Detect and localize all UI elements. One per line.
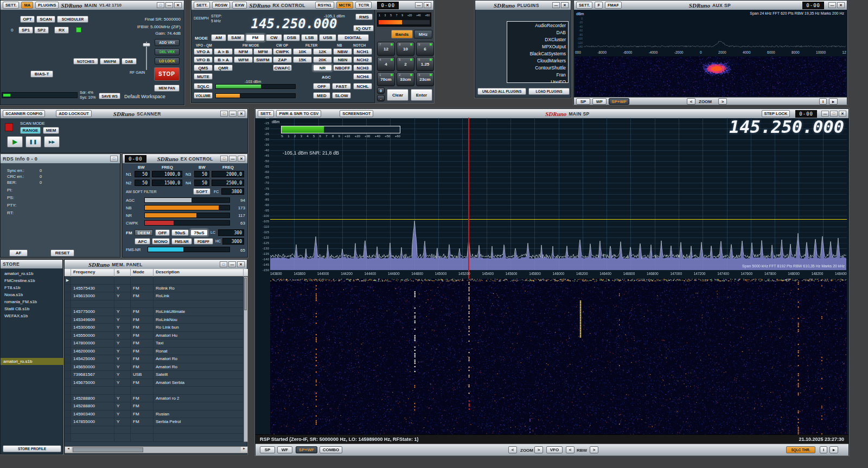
table-row[interactable]: 147800000YFMTaxi [65,339,244,348]
slider-cwpk[interactable] [144,220,230,226]
rx-button-b-a[interactable]: B > A [214,56,233,63]
aux-spwf-button[interactable]: SP+WF [609,98,629,105]
agc-fast-button[interactable]: FAST [332,83,351,89]
plugin-item-dxcluster[interactable]: DXCluster [507,36,568,43]
close-icon[interactable]: ✕ [839,111,846,117]
rx-button-nfm[interactable]: NFM [234,48,253,55]
scan-play-button[interactable]: ▶ [7,136,23,148]
aux-f-button[interactable]: F [595,2,603,9]
zoom-out-button[interactable]: < [508,446,517,453]
rx-frequency-display[interactable]: 145.250.000 [237,16,351,31]
close-icon[interactable]: ✕ [561,2,569,8]
volume-button[interactable]: VOLUME [194,92,213,99]
rx-button-cwafc[interactable]: CWAFC [273,65,292,71]
n4-bw-field[interactable]: 50 [194,179,209,186]
aux-sett-button[interactable]: SETT. [576,2,592,9]
mhz-button[interactable]: MHz [414,30,432,39]
band-key-1.25[interactable]: 61.25 [416,57,434,71]
plugin-item-cloudmarkers[interactable]: CloudMarkers [507,57,568,64]
band-key-4[interactable]: 44 [377,57,395,71]
store-item-wefax.s1b[interactable]: WEFAX.s1b [2,312,62,319]
plugin-item-unoeq[interactable]: UnoEQ [507,78,568,83]
n3-freq-field[interactable]: 2000,0 [212,171,244,177]
rx-button-nboff[interactable]: NBOFF [333,65,352,71]
n1-freq-field[interactable]: 1000,0 [152,171,182,177]
maximize-icon[interactable]: □ [110,156,118,162]
rx-button-nbw[interactable]: NBW [333,48,352,55]
deem-75us-button[interactable]: 75uS [190,229,208,236]
scanner-config-button[interactable]: SCANNER CONFIG [3,110,45,117]
rds-af-button[interactable]: AF [9,249,28,257]
vfo-button[interactable]: VFO [546,446,563,453]
rx-button-nch1[interactable]: NCH1 [353,48,372,55]
close-icon[interactable]: ✕ [238,111,245,117]
mode-am-button[interactable]: AM [211,34,226,41]
agc-slow-button[interactable]: SLOW [332,92,351,99]
fms-nr-button[interactable]: FMS-NR [171,238,192,245]
rx-button-vfo-a[interactable]: VFO A [194,48,213,55]
aux-waterfall[interactable] [575,56,846,97]
sp2-button[interactable]: SP2 [34,27,49,34]
rx-button[interactable]: RX [54,27,69,34]
afc-button[interactable]: AFC [135,238,150,245]
aux-fmaf-button[interactable]: FMAF [605,2,622,9]
soft-button[interactable]: SOFT [193,188,210,195]
close-icon[interactable]: ✕ [424,2,431,8]
table-row[interactable]: 145775000YFMRoLinkUltimate [65,308,244,316]
mode-fm-button[interactable]: FM [246,34,265,41]
rx-button-nch3[interactable]: NCH3 [353,65,372,71]
deem-50us-button[interactable]: 50uS [171,229,189,236]
minimize-icon[interactable]: — [165,2,173,8]
table-row[interactable]: 145550000YFMAmatori Hu [65,332,244,340]
rx-button-zap[interactable]: ZAP [273,56,292,63]
save-ws-button[interactable]: SAVE WS [99,93,120,99]
sqlc-slider[interactable] [215,84,296,89]
store-item-nooa.s1b[interactable]: Nooa.s1b [2,291,62,298]
rx-button-15k[interactable]: 15K [293,56,312,63]
store-item-ft8.s1b[interactable]: FT8.s1b [2,284,62,291]
wf-button[interactable]: WF [277,446,292,453]
table-row[interactable] [65,434,244,442]
aux-sp-button[interactable]: SP [576,98,590,105]
table-row[interactable]: 147855000YFMSerbia Petrol [65,418,244,426]
mode-lsb-button[interactable]: LSB [301,34,318,41]
slider-nr[interactable] [144,213,230,218]
add-lockout-button[interactable]: ADD LOCKOUT [56,110,91,117]
plugin-item-blackcatsystems[interactable]: BlackCatSystems [507,50,568,57]
maximize-icon[interactable]: □ [157,2,164,8]
minimize-icon[interactable]: — [229,111,237,117]
combo-button[interactable]: COMBO [320,446,342,453]
mem-pan-button[interactable]: MEM PAN [154,85,180,92]
sp1-button[interactable]: SP1 [18,27,33,34]
mode-usb-button[interactable]: USB [319,34,336,41]
n1-bw-field[interactable]: 50 [135,171,150,177]
rx-button-mfm[interactable]: MFM [253,48,272,55]
aux-spectrum[interactable] [584,17,846,49]
maximize-icon[interactable]: □ [830,111,838,117]
store-item-romania-fm.s1b[interactable]: romania_FM.s1b [2,298,62,305]
key-zero[interactable]: 0 [377,87,385,94]
band-key-12[interactable]: 712 [377,42,395,56]
sp-button[interactable]: SP [260,446,275,453]
scheduler-button[interactable]: SCHEDULER [57,16,88,23]
lo-lock-button[interactable]: LO LOCK [155,57,180,65]
aux-info-button[interactable]: i [819,98,827,105]
band-key-6[interactable]: 96 [416,42,434,56]
band-key-23cm[interactable]: 323cm [416,72,434,86]
table-row[interactable]: 145288800YFM [65,402,244,411]
rx-button-10k[interactable]: 10K [293,48,312,55]
aux-zoom-out-button[interactable]: < [687,98,695,105]
minimize-icon[interactable]: — [821,111,829,117]
scan-mem-button[interactable]: MEM [43,127,59,134]
n2-freq-field[interactable]: 1500,0 [152,179,182,186]
scroll-right-icon[interactable]: ► [241,447,247,453]
scrollbar-thumb[interactable] [73,447,143,452]
store-item-fmcrestine.s1b[interactable]: FMCrestine.s1b [2,277,62,284]
plugins-list[interactable]: AudioRecorderDABDXClusterMPXOutputBlackC… [507,21,569,83]
spwf-button[interactable]: SP+WF [296,446,317,453]
nch4-button[interactable]: NCH4 [353,73,372,80]
plugin-item-mpxoutput[interactable]: MPXOutput [507,43,568,50]
mode-digital-button[interactable]: DIGITAL [337,34,369,41]
minimize-icon[interactable]: — [415,2,423,8]
rx-button-20k[interactable]: 20K [313,56,332,63]
